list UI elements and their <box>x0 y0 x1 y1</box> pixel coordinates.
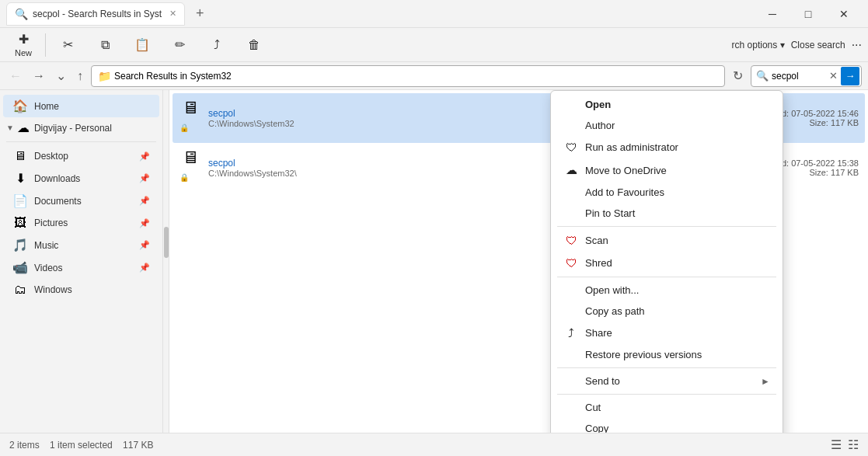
sidebar-downloads-label: Downloads <box>34 173 80 184</box>
title-bar: 🔍 secpol - Search Results in Syst ✕ + ─ … <box>0 0 868 28</box>
sidebar-item-desktop[interactable]: 🖥 Desktop 📌 <box>3 145 159 167</box>
forward-button[interactable]: → <box>30 66 48 86</box>
more-options-button[interactable]: ··· <box>852 38 862 52</box>
toolbar: ✚ New ✂ ⧉ 📋 ✏ ⤴ 🗑 rch options ▾ Close se… <box>0 28 868 62</box>
sidebar: 🏠 Home ▼ ☁ Digvijay - Personal 🖥 Desktop… <box>0 90 163 433</box>
cut-icon: ✂ <box>63 37 73 52</box>
onedrive-icon: ☁ <box>17 120 30 135</box>
minimize-button[interactable]: ─ <box>755 0 790 28</box>
cm-sep-1 <box>557 226 776 227</box>
sidebar-home-label: Home <box>34 101 59 112</box>
path-text: Search Results in System32 <box>114 71 232 82</box>
context-menu: Open Author 🛡 Run as administrator ☁ Mov… <box>550 90 783 433</box>
sidebar-item-windows[interactable]: 🗂 Windows <box>3 279 159 301</box>
cm-item-shred[interactable]: 🛡 Shred <box>551 252 783 274</box>
up-button[interactable]: ↑ <box>74 66 86 86</box>
add-tab-button[interactable]: + <box>190 4 211 23</box>
delete-button[interactable]: 🗑 <box>237 30 271 60</box>
view-list-button[interactable]: ☰ <box>831 437 842 452</box>
window-controls: ─ □ ✕ <box>755 0 862 28</box>
file-icon-2: 🖥 🔒 <box>179 146 202 190</box>
scrollbar-thumb[interactable] <box>164 227 169 258</box>
search-go-button[interactable]: → <box>841 67 859 85</box>
recent-locations-button[interactable]: ⌄ <box>53 65 69 86</box>
share-icon: ⤴ <box>563 326 579 339</box>
back-button[interactable]: ← <box>6 66 25 86</box>
cm-item-share[interactable]: ⤴ Share <box>551 322 783 344</box>
sidebar-item-home[interactable]: 🏠 Home <box>3 95 159 117</box>
sidebar-group-digvijay[interactable]: ▼ ☁ Digvijay - Personal <box>0 117 162 138</box>
cm-item-copy-as-path[interactable]: Copy as path <box>551 301 783 322</box>
cut-button[interactable]: ✂ <box>51 30 85 60</box>
sidebar-videos-label: Videos <box>34 263 62 273</box>
new-button[interactable]: ✚ New <box>6 30 40 60</box>
pin-icon-6: 📌 <box>139 263 150 273</box>
cm-item-author[interactable]: Author <box>551 115 783 136</box>
cm-item-add-favourites[interactable]: Add to Favourites <box>551 182 783 203</box>
cm-move-onedrive-label: Move to OneDrive <box>585 165 770 176</box>
search-icon: 🔍 <box>15 8 28 20</box>
cm-sep-2 <box>557 277 776 277</box>
tab-title: secpol - Search Results in Syst <box>33 9 162 19</box>
sidebar-item-downloads[interactable]: ⬇ Downloads 📌 <box>3 167 159 190</box>
cm-restore-label: Restore previous versions <box>585 349 770 360</box>
copy-button[interactable]: ⧉ <box>88 30 122 60</box>
main-area: 🏠 Home ▼ ☁ Digvijay - Personal 🖥 Desktop… <box>0 90 868 433</box>
cm-run-as-admin-label: Run as administrator <box>585 141 770 153</box>
copy-icon: ⧉ <box>101 38 110 52</box>
search-icon-2: 🔍 <box>756 70 769 82</box>
search-options-button[interactable]: rch options ▾ <box>732 40 785 50</box>
cm-pin-start-label: Pin to Start <box>585 207 770 219</box>
cm-cut-label: Cut <box>585 402 770 413</box>
music-icon: 🎵 <box>12 238 28 252</box>
rename-button[interactable]: ✏ <box>162 30 197 60</box>
paste-icon: 📋 <box>134 37 150 52</box>
new-icon: ✚ <box>19 32 29 47</box>
search-input[interactable] <box>772 71 826 82</box>
close-button[interactable]: ✕ <box>826 0 862 28</box>
refresh-button[interactable]: ↻ <box>730 65 746 86</box>
share-button[interactable]: ⤴ <box>200 30 234 60</box>
tab-close-button[interactable]: ✕ <box>169 9 176 19</box>
sidebar-item-music[interactable]: 🎵 Music 📌 <box>3 234 159 256</box>
cm-item-move-to-onedrive[interactable]: ☁ Move to OneDrive <box>551 158 783 182</box>
windows-icon: 🗂 <box>12 283 28 297</box>
close-search-button[interactable]: Close search <box>791 40 845 50</box>
pin-icon-4: 📌 <box>139 218 150 228</box>
sidebar-divider <box>6 141 156 142</box>
cm-item-send-to[interactable]: Send to ► <box>551 371 783 392</box>
cm-item-cut[interactable]: Cut <box>551 397 783 418</box>
cm-item-open[interactable]: Open <box>551 94 783 115</box>
cm-copy-label: Copy <box>585 423 770 433</box>
sidebar-item-pictures[interactable]: 🖼 Pictures 📌 <box>3 212 159 234</box>
pin-icon: 📌 <box>139 151 150 162</box>
sidebar-scrollbar[interactable] <box>163 90 169 433</box>
cm-item-restore-versions[interactable]: Restore previous versions <box>551 344 783 365</box>
sidebar-windows-label: Windows <box>34 284 72 295</box>
cm-item-open-with[interactable]: Open with... <box>551 280 783 301</box>
cm-item-scan[interactable]: 🛡 Scan <box>551 229 783 252</box>
cm-item-run-as-admin[interactable]: 🛡 Run as administrator <box>551 136 783 158</box>
cm-item-copy[interactable]: Copy <box>551 418 783 433</box>
cm-item-pin-start[interactable]: Pin to Start <box>551 203 783 224</box>
expand-icon: ▼ <box>6 124 14 132</box>
sidebar-item-videos[interactable]: 📹 Videos 📌 <box>3 256 159 279</box>
active-tab[interactable]: 🔍 secpol - Search Results in Syst ✕ <box>6 2 185 26</box>
maximize-button[interactable]: □ <box>790 0 826 28</box>
pin-icon-3: 📌 <box>139 196 150 206</box>
address-path[interactable]: 📁 Search Results in System32 <box>91 65 725 87</box>
file-icon-1: 🖥 🔒 <box>179 96 202 140</box>
view-grid-button[interactable]: ☷ <box>848 437 859 452</box>
cm-open-with-label: Open with... <box>585 284 770 296</box>
sidebar-item-documents[interactable]: 📄 Documents 📌 <box>3 190 159 212</box>
search-clear-button[interactable]: ✕ <box>829 70 838 82</box>
pictures-icon: 🖼 <box>12 216 28 230</box>
sidebar-desktop-label: Desktop <box>34 151 68 162</box>
cm-sep-3 <box>557 367 776 368</box>
folder-icon: 📁 <box>98 70 111 82</box>
pin-icon-5: 📌 <box>139 240 150 250</box>
search-box[interactable]: 🔍 ✕ → <box>751 65 862 87</box>
pin-icon-2: 📌 <box>139 173 150 183</box>
item-count: 2 items <box>9 440 40 451</box>
paste-button[interactable]: 📋 <box>125 30 159 60</box>
